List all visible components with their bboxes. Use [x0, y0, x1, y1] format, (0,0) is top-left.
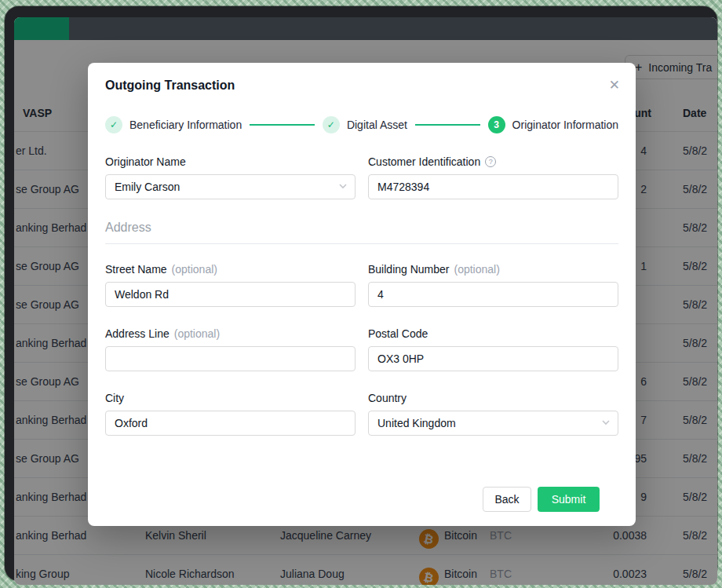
chevron-down-icon	[339, 184, 347, 189]
address-section-heading: Address	[105, 221, 618, 244]
building-number-input[interactable]	[368, 282, 618, 307]
address-line-label: Address Line (optional)	[105, 327, 356, 340]
originator-name-select[interactable]	[105, 174, 356, 199]
city-label: City	[105, 392, 356, 404]
back-button[interactable]: Back	[483, 487, 531, 512]
stepper-connector	[415, 124, 480, 126]
country-select[interactable]	[368, 411, 618, 436]
modal-title: Outgoing Transaction	[105, 79, 235, 93]
postal-code-label: Postal Code	[368, 327, 618, 340]
building-number-label: Building Number (optional)	[368, 263, 618, 276]
street-name-input[interactable]	[105, 282, 356, 307]
street-name-label: Street Name (optional)	[105, 263, 356, 276]
city-input[interactable]	[105, 411, 356, 436]
address-line-input[interactable]	[105, 346, 356, 371]
stepper-connector	[250, 124, 315, 126]
submit-button[interactable]: Submit	[538, 487, 600, 512]
help-icon[interactable]: ?	[485, 156, 496, 167]
chevron-down-icon	[602, 420, 610, 425]
country-label: Country	[368, 392, 618, 404]
check-icon: ✓	[323, 116, 340, 133]
postal-code-input[interactable]	[368, 346, 618, 371]
step-number: 3	[488, 116, 505, 133]
customer-identification-input[interactable]	[368, 174, 618, 199]
step-beneficiary-information[interactable]: ✓ Beneficiary Information	[105, 116, 242, 133]
check-icon: ✓	[105, 116, 122, 133]
step-originator-information[interactable]: 3 Originator Information	[488, 116, 618, 133]
step-digital-asset[interactable]: ✓ Digital Asset	[323, 116, 407, 133]
customer-identification-label: Customer Identification ?	[368, 155, 618, 168]
outgoing-transaction-modal: Outgoing Transaction ✕ ✓ Beneficiary Inf…	[88, 63, 636, 526]
close-icon[interactable]: ✕	[609, 79, 620, 92]
stepper: ✓ Beneficiary Information ✓ Digital Asse…	[105, 116, 618, 133]
originator-name-label: Originator Name	[105, 155, 356, 168]
